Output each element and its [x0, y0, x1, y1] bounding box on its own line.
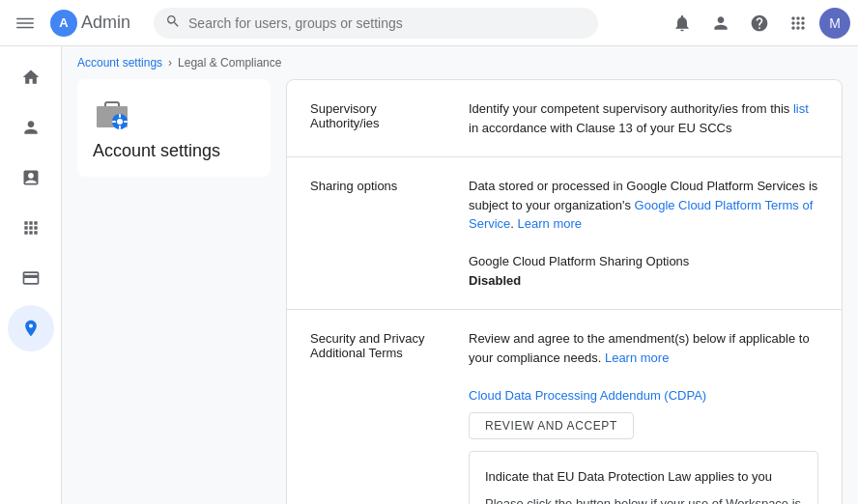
security-intro: Review and agree to the amendment(s) bel…: [469, 329, 818, 367]
avatar-letter: M: [829, 15, 841, 31]
help-button[interactable]: [742, 6, 777, 41]
svg-point-7: [117, 119, 123, 125]
main-content: Account settings › Legal & Compliance: [62, 46, 858, 504]
breadcrumb-separator: ›: [168, 56, 172, 70]
supervisory-text1: Identify your competent supervisory auth…: [469, 101, 793, 116]
left-panel: Account settings: [77, 79, 271, 504]
svg-rect-2: [16, 26, 34, 28]
svg-rect-1: [16, 22, 34, 24]
app-title: Admin: [81, 13, 130, 33]
security-privacy-value: Review and agree to the amendment(s) bel…: [469, 329, 818, 504]
sidebar: [0, 46, 62, 504]
svg-rect-9: [119, 126, 121, 129]
notifications-button[interactable]: [665, 6, 700, 41]
sharing-subtext: Google Cloud Platform Sharing Options: [469, 252, 818, 271]
eu-body: Please click the button below if your us…: [485, 494, 802, 505]
settings-table: Supervisory Authority/ies Identify your …: [287, 80, 842, 504]
settings-panel: Supervisory Authority/ies Identify your …: [286, 79, 843, 504]
nav-actions: M: [665, 6, 850, 41]
sidebar-item-apps[interactable]: [8, 205, 54, 251]
supervisory-authority-label: Supervisory Authority/ies: [310, 99, 445, 130]
eu-section: Indicate that EU Data Protection Law app…: [469, 451, 818, 504]
svg-rect-0: [16, 17, 34, 19]
logo-letter: A: [59, 15, 68, 30]
sidebar-item-home[interactable]: [8, 54, 54, 100]
logo-dot: A: [50, 10, 77, 37]
hamburger-menu[interactable]: [8, 6, 43, 41]
top-navigation: A Admin M: [0, 0, 858, 46]
sharing-options-row: Sharing options Data stored or processed…: [287, 157, 842, 310]
sharing-status: Disabled: [469, 271, 818, 291]
eu-title: Indicate that EU Data Protection Law app…: [485, 467, 802, 487]
supervisory-text2: in accordance with Clause 13 of your EU …: [469, 121, 731, 135]
breadcrumb-parent[interactable]: Account settings: [77, 56, 162, 70]
search-input[interactable]: [188, 15, 586, 31]
account-button[interactable]: [703, 6, 738, 41]
security-privacy-label: Security and Privacy Additional Terms: [310, 329, 445, 360]
account-settings-icon: [93, 95, 131, 133]
security-privacy-row: Security and Privacy Additional Terms Re…: [287, 310, 842, 504]
user-avatar[interactable]: M: [819, 8, 850, 39]
search-bar[interactable]: [154, 8, 598, 39]
svg-rect-11: [124, 121, 128, 123]
sidebar-item-reporting[interactable]: [8, 154, 54, 201]
sharing-text2: .: [510, 216, 517, 231]
search-icon: [165, 14, 181, 32]
security-learn-more-link[interactable]: Learn more: [605, 350, 669, 365]
sidebar-item-users[interactable]: [8, 104, 54, 151]
sharing-options-value: Data stored or processed in Google Cloud…: [469, 177, 818, 290]
sharing-learn-more-link[interactable]: Learn more: [518, 216, 582, 231]
svg-rect-10: [112, 121, 116, 123]
supervisory-authority-row: Supervisory Authority/ies Identify your …: [287, 80, 842, 157]
breadcrumb-current: Legal & Compliance: [178, 56, 281, 70]
account-settings-title: Account settings: [93, 141, 220, 161]
main-layout: Account settings › Legal & Compliance: [0, 46, 858, 504]
supervisory-list-link[interactable]: list: [793, 101, 809, 116]
sharing-options-label: Sharing options: [310, 177, 445, 193]
account-settings-card: Account settings: [77, 79, 271, 177]
review-accept-cdpa-button[interactable]: REVIEW AND ACCEPT: [469, 412, 634, 439]
sidebar-item-billing[interactable]: [8, 255, 54, 301]
svg-rect-8: [119, 114, 121, 118]
admin-logo: A Admin: [50, 10, 130, 37]
supervisory-authority-value: Identify your competent supervisory auth…: [469, 99, 818, 137]
apps-button[interactable]: [781, 6, 815, 41]
sidebar-item-directory[interactable]: [8, 305, 54, 351]
cdpa-link[interactable]: Cloud Data Processing Addendum (CDPA): [469, 386, 818, 406]
breadcrumb: Account settings › Legal & Compliance: [62, 46, 858, 79]
content-area: Account settings Supervisory Authority/i…: [62, 79, 858, 504]
